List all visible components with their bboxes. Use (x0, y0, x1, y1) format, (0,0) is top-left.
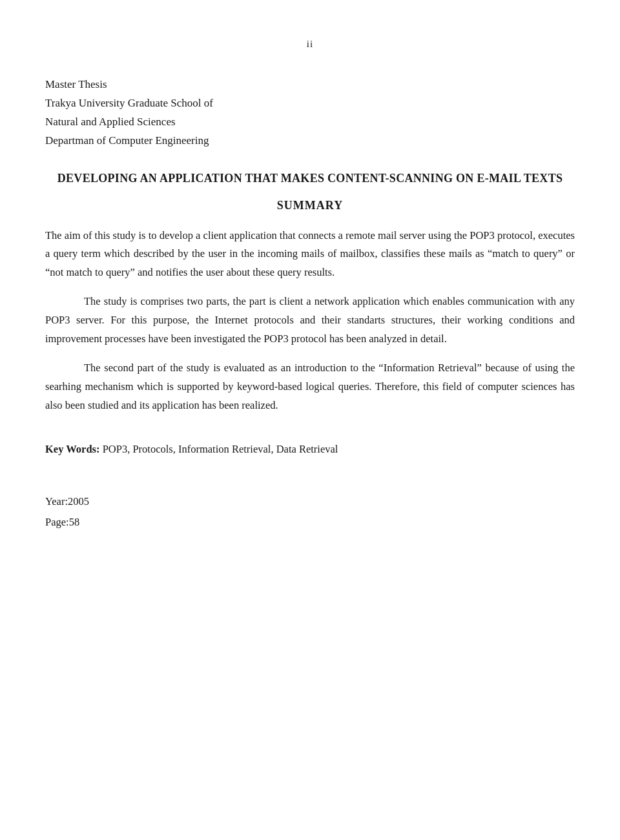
summary-heading: SUMMARY (45, 199, 575, 212)
year-label: Year: (45, 495, 68, 507)
main-title: DEVELOPING AN APPLICATION THAT MAKES CON… (45, 170, 575, 187)
keywords-block: Key Words: POP3, Protocols, Information … (45, 440, 575, 459)
page-value: 58 (69, 516, 80, 528)
title-block: DEVELOPING AN APPLICATION THAT MAKES CON… (45, 170, 575, 187)
page-number: ii (45, 39, 575, 50)
document-page: ii Master Thesis Trakya University Gradu… (0, 0, 620, 840)
keywords-values: POP3, Protocols, Information Retrieval, … (103, 443, 338, 455)
paragraph-3: The second part of the study is evaluate… (45, 359, 575, 415)
body-text: The aim of this study is to develop a cl… (45, 227, 575, 415)
page-line: Page:58 (45, 512, 575, 532)
header-block: Master Thesis Trakya University Graduate… (45, 76, 575, 150)
header-line-3: Natural and Applied Sciences (45, 113, 575, 132)
keywords-label: Key Words: (45, 443, 100, 455)
header-line-1: Master Thesis (45, 76, 575, 94)
year-line: Year:2005 (45, 491, 575, 511)
paragraph-2: The study is comprises two parts, the pa… (45, 292, 575, 349)
header-line-4: Departman of Computer Engineering (45, 132, 575, 150)
paragraph-1: The aim of this study is to develop a cl… (45, 227, 575, 283)
header-line-2: Trakya University Graduate School of (45, 94, 575, 113)
page-label: Page: (45, 516, 69, 528)
year-page-block: Year:2005 Page:58 (45, 491, 575, 532)
year-value: 2005 (68, 495, 89, 507)
